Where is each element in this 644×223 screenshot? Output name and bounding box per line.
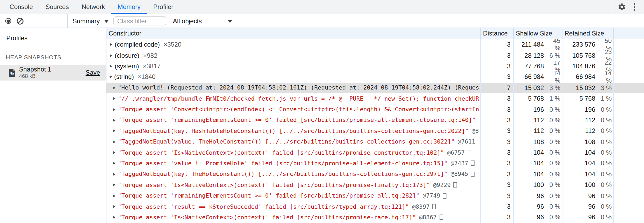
more-vertical-icon[interactable]: [628, 0, 641, 14]
shallow-size-cell: 960 %: [514, 212, 562, 223]
heap-snapshot-view: Constructor Distance Shallow Size Retain…: [106, 28, 644, 223]
size-value: 104: [514, 149, 544, 156]
constructor-cell: "TaggedNotEqual(key, TheHoleConstant()) …: [106, 169, 481, 180]
table-row[interactable]: "// .wrangler/tmp/bundle-FmNIt0/checked-…: [106, 93, 644, 104]
size-percent: 0 %: [597, 192, 613, 199]
clear-profiles-icon[interactable]: [16, 17, 24, 25]
size-value: 77 768: [514, 63, 544, 70]
distance-cell: 3: [481, 169, 514, 180]
row-gutter: [614, 61, 644, 72]
class-filter-input[interactable]: [114, 16, 167, 25]
table-row[interactable]: (system)×3817377 76817 %104 87622 %: [106, 61, 644, 72]
table-row[interactable]: (closure)×982328 1286 %105 76823 %: [106, 50, 644, 61]
column-header-distance[interactable]: Distance: [481, 28, 514, 39]
distance-cell: 3: [481, 212, 514, 223]
size-percent: 1 %: [546, 95, 562, 102]
row-gutter: [614, 201, 644, 212]
expand-arrow-icon[interactable]: [113, 216, 115, 219]
table-row[interactable]: "Torque assert 'value != PromiseHole' fa…: [106, 158, 644, 169]
constructor-cell: (compiled code)×3520: [106, 39, 481, 50]
tabbar-divider: [612, 3, 612, 11]
size-percent: 0 %: [546, 138, 562, 145]
size-value: 105 768: [562, 52, 595, 59]
constructor-cell: (closure)×982: [106, 50, 481, 61]
shallow-size-cell: 1120 %: [514, 126, 562, 136]
table-row[interactable]: "Torque assert 'Convert<uintptr>(endInde…: [106, 104, 644, 115]
record-heap-snapshot-icon[interactable]: [5, 18, 11, 24]
grid-body: (compiled code)×35203211 48445 %233 5765…: [106, 39, 644, 223]
table-row[interactable]: (compiled code)×35203211 48445 %233 5765…: [106, 39, 644, 50]
tab-memory[interactable]: Memory: [111, 0, 147, 14]
retained-size-cell: 105 76823 %: [562, 50, 614, 61]
expand-arrow-icon[interactable]: [113, 173, 115, 176]
size-percent: 50 %: [597, 39, 613, 50]
table-row[interactable]: "Torque assert 'remainingElementsCount >…: [106, 115, 644, 126]
tab-profiler[interactable]: Profiler: [147, 0, 180, 14]
save-snapshot-link[interactable]: Save: [86, 69, 100, 76]
expand-arrow-icon[interactable]: [109, 65, 112, 68]
table-row[interactable]: "Torque assert 'Is<NativeContext>(contex…: [106, 212, 644, 223]
table-row[interactable]: "TaggedNotEqual(key, TheHoleConstant()) …: [106, 169, 644, 180]
size-percent: 0 %: [546, 106, 562, 113]
size-value: 5 768: [514, 95, 544, 102]
shallow-size-cell: 28 1286 %: [514, 50, 562, 61]
expand-arrow-icon[interactable]: [113, 151, 115, 154]
expand-arrow-icon[interactable]: [113, 205, 115, 208]
size-value: 100: [562, 181, 595, 189]
size-value: 100: [514, 181, 544, 189]
constructor-label: "TaggedNotEqual(key, HashTableHoleConsta…: [118, 128, 469, 135]
sidebar-item-snapshot-1[interactable]: % Snapshot 1 468 kB Save: [0, 65, 106, 81]
constructor-cell: "TaggedNotEqual(value, TheHoleConstant()…: [106, 136, 481, 147]
constructor-cell: "Torque assert 'value != PromiseHole' fa…: [106, 158, 481, 169]
table-row[interactable]: "Torque assert 'result == kStoreSucceded…: [106, 201, 644, 212]
constructor-label: "TaggedNotEqual(value, TheHoleConstant()…: [118, 138, 455, 145]
instance-count: ×1840: [138, 73, 155, 81]
expand-arrow-icon[interactable]: [113, 97, 115, 100]
table-row[interactable]: "Torque assert 'Is<NativeContext>(contex…: [106, 147, 644, 158]
box-glyph-icon: [471, 172, 475, 177]
memory-toolbar: Summary All objects: [0, 14, 644, 28]
retained-size-cell: 1000 %: [562, 180, 614, 190]
shallow-size-cell: 1040 %: [514, 169, 562, 180]
objects-filter-select[interactable]: All objects: [173, 17, 232, 25]
expand-arrow-icon[interactable]: [109, 54, 112, 57]
size-value: 112: [514, 127, 544, 135]
expand-arrow-icon[interactable]: [113, 162, 115, 165]
object-id: @8: [472, 128, 479, 135]
column-header-shallow-size[interactable]: Shallow Size: [514, 28, 562, 39]
expand-arrow-icon[interactable]: [109, 43, 112, 46]
table-row[interactable]: "Torque assert 'Is<NativeContext>(contex…: [106, 180, 644, 190]
size-value: 112: [514, 117, 544, 124]
retained-size-cell: 960 %: [562, 212, 614, 223]
table-row[interactable]: "TaggedNotEqual(value, TheHoleConstant()…: [106, 136, 644, 147]
constructor-label: "TaggedNotEqual(key, TheHoleConstant()) …: [118, 171, 448, 178]
expand-arrow-icon[interactable]: [113, 86, 115, 90]
perspective-select[interactable]: Summary: [73, 17, 109, 25]
expand-arrow-icon[interactable]: [113, 194, 115, 197]
shallow-size-cell: 1080 %: [514, 136, 562, 147]
collapse-arrow-icon[interactable]: [109, 76, 112, 78]
column-header-retained-size[interactable]: Retained Size: [562, 28, 614, 39]
table-row[interactable]: "Torque assert 'remainingElementsCount >…: [106, 190, 644, 201]
expand-arrow-icon[interactable]: [113, 108, 115, 111]
constructor-label: "Torque assert 'Is<NativeContext>(contex…: [118, 214, 416, 221]
tab-network[interactable]: Network: [75, 0, 111, 14]
table-row[interactable]: "TaggedNotEqual(key, HashTableHoleConsta…: [106, 126, 644, 136]
heap-snapshots-section-title: HEAP SNAPSHOTS: [0, 54, 106, 60]
settings-gear-icon[interactable]: [615, 0, 628, 14]
table-row[interactable]: "Hello world! (Requested at: 2024-08-19T…: [106, 82, 644, 93]
expand-arrow-icon[interactable]: [113, 119, 115, 122]
constructor-label: "Torque assert 'Is<NativeContext>(contex…: [118, 182, 430, 189]
column-header-constructor[interactable]: Constructor: [106, 28, 481, 39]
tab-sources[interactable]: Sources: [39, 0, 75, 14]
row-gutter: [614, 50, 644, 61]
size-value: 96: [514, 214, 544, 221]
expand-arrow-icon[interactable]: [113, 140, 115, 143]
tab-console[interactable]: Console: [3, 0, 39, 14]
object-id: @8945: [451, 171, 468, 178]
expand-arrow-icon[interactable]: [113, 130, 115, 133]
tab-memory-label: Memory: [118, 3, 141, 11]
table-row[interactable]: (string)×1840366 98414 %66 98414 %: [106, 72, 644, 82]
size-value: 112: [562, 127, 595, 135]
expand-arrow-icon[interactable]: [113, 184, 115, 187]
